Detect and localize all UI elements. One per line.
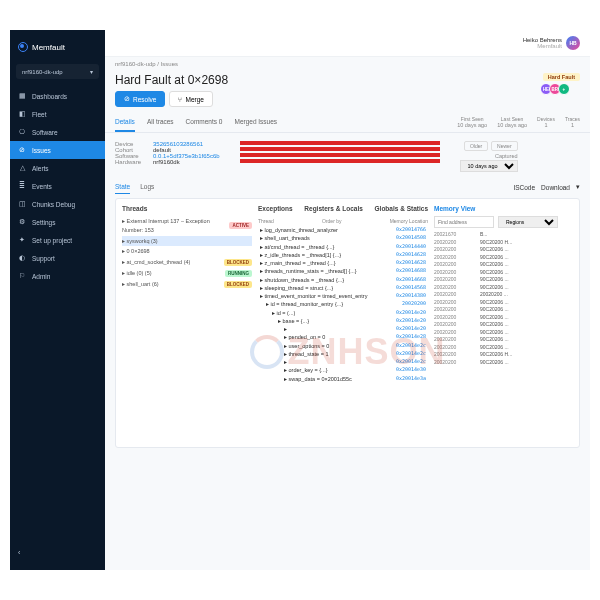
thread-row[interactable]: ▸ sysworkq (3) [122,236,252,247]
memory-search[interactable] [434,216,494,228]
download-button[interactable]: Download [541,184,570,191]
global-row[interactable]: ▸ swap_data = 0×2001d55c0x20014e3a [258,375,428,383]
thread-row[interactable]: ▸ External Interrupt 137 – Exception Num… [122,216,252,236]
sidebar-item-settings[interactable]: ⚙Settings [10,213,105,231]
global-row[interactable]: ▸ timed_event_monitor = timed_event_entr… [258,292,428,300]
iscode-link[interactable]: ISCode [513,184,535,191]
globals-tabs: Exceptions Registers & Locals Globals & … [258,205,428,216]
global-row[interactable]: ▸ 0x20014e2c [258,358,428,366]
global-row[interactable]: ▸ threads_runtime_stats = _thread[] {...… [258,267,428,275]
chunks debug-icon: ◫ [18,200,26,208]
sidebar: Memfault nrf9160-dk-udp ▾ ▦Dashboards◧Fl… [10,30,105,570]
debug-panel: Threads ▸ External Interrupt 137 – Excep… [115,198,580,448]
thread-row[interactable]: ▸ 0 0×2698 [122,246,252,257]
tab-globals[interactable]: Globals & Statics [375,205,428,212]
global-row[interactable]: ▸ 0x20014e20 [258,325,428,333]
assignee-avatars[interactable]: HE BR + [543,83,580,95]
globals-tree[interactable]: ▸ log_dynamic_thread_analyzer0x20014766▸… [258,226,428,383]
issue-tabs: DetailsAll tracesComments 0Merged Issues… [105,113,590,133]
resolve-button[interactable]: ⊘ Resolve [115,91,165,107]
occurrence-bars [240,141,440,172]
merge-button[interactable]: ⑂ Merge [169,91,212,107]
older-button[interactable]: Older [464,141,488,151]
global-row[interactable]: ▸ z_idle_threads = _thread[1] {...}0x200… [258,251,428,259]
memory-row: 2002020090C20206 ... [434,336,573,344]
sidebar-item-issues[interactable]: ⊘Issues [10,141,105,159]
subtab-logs[interactable]: Logs [140,180,154,194]
sidebar-item-alerts[interactable]: △Alerts [10,159,105,177]
content: Device352656103286561 Cohortdefault Soft… [105,133,590,570]
global-row[interactable]: ▸ sleeping_thread = struct {...}0x200145… [258,284,428,292]
memory-row: 2002020090C20206 ... [434,321,573,329]
memory-hex[interactable]: 20021670B...2002020090C20200 H...2002020… [434,231,573,366]
sidebar-item-dashboards[interactable]: ▦Dashboards [10,87,105,105]
alerts-icon: △ [18,164,26,172]
global-row[interactable]: ▸ base = {...}0x20014e20 [258,317,428,325]
thread-row[interactable]: ▸ idle (0) (5)RUNNING [122,268,252,279]
tab-registers[interactable]: Registers & Locals [304,205,363,212]
sidebar-item-admin[interactable]: ⚐Admin [10,267,105,285]
memory-row: 2002020090C20206 ... [434,246,573,254]
tab-exceptions[interactable]: Exceptions [258,205,293,212]
subtab-state[interactable]: State [115,180,130,194]
bar [240,159,440,163]
sidebar-item-events[interactable]: ≣Events [10,177,105,195]
project-selector[interactable]: nrf9160-dk-udp ▾ [16,64,99,79]
tab-details[interactable]: Details [115,113,135,132]
captured-select[interactable]: 10 days ago [460,160,518,172]
tab-merged-issues[interactable]: Merged Issues [234,113,277,132]
thread-row[interactable]: ▸ shell_uart (6)BLOCKED [122,279,252,290]
captured-label: Captured [460,153,518,159]
regions-select[interactable]: Regions [498,216,558,228]
memory-row: 20021670B... [434,231,573,239]
tab-all-traces[interactable]: All traces [147,113,174,132]
support-icon: ◐ [18,254,26,262]
sidebar-item-chunks-debug[interactable]: ◫Chunks Debug [10,195,105,213]
user-avatar: HB [566,36,580,50]
global-row[interactable]: ▸ shell_uart_threads0x20014508 [258,234,428,242]
memory-row: 2002020090C20200 H... [434,239,573,247]
app-root: Memfault nrf9160-dk-udp ▾ ▦Dashboards◧Fl… [0,0,600,600]
memory-row: 2002020090C20206 ... [434,269,573,277]
brand-logo[interactable]: Memfault [10,38,105,60]
global-row[interactable]: ▸ thread_state = 10x20014e2c [258,350,428,358]
issue-type-badge: Hard Fault [543,73,580,81]
memory-row: 2002020090C20206 ... [434,306,573,314]
capture-nav: Older Newer Captured 10 days ago [460,141,518,172]
stat: Devices1 [537,116,555,129]
global-row[interactable]: ▸ order_key = {...}0x20014e30 [258,366,428,374]
memory-row: 2002020090C20206 ... [434,344,573,352]
global-row[interactable]: ▸ id = (...)0x20014e20 [258,309,428,317]
global-row[interactable]: ▸ log_dynamic_thread_analyzer0x20014766 [258,226,428,234]
memfault-icon [18,42,28,52]
tab-comments[interactable]: Comments 0 [186,113,223,132]
software-icon: ⎔ [18,128,26,136]
user-org: Memfault [523,43,562,49]
newer-button[interactable]: Newer [491,141,517,151]
chevron-down-icon: ▾ [90,68,93,75]
user-menu[interactable]: Heiko Behrens Memfault HB [523,36,580,50]
thread-row[interactable]: ▸ at_cmd_socket_thread (4)BLOCKED [122,257,252,268]
avatar-3: + [558,83,570,95]
global-row[interactable]: ▸ at/cmd_thread = _thread {...}0x2001444… [258,243,428,251]
collapse-sidebar[interactable]: ‹ [10,543,105,562]
issue-stats: First Seen10 days agoLast Seen10 days ag… [457,113,580,132]
fleet-icon: ◧ [18,110,26,118]
global-row[interactable]: ▸ pended_on = 00x20014e28 [258,333,428,341]
global-row[interactable]: ▸ shutdown_threads = _thread {...}0x2001… [258,276,428,284]
global-row[interactable]: ▸ z_main_thread = _thread {...}0x2001462… [258,259,428,267]
merge-icon: ⑂ [178,96,182,103]
settings-icon: ⚙ [18,218,26,226]
sidebar-item-support[interactable]: ◐Support [10,249,105,267]
global-row[interactable]: ▸ id = thread_monitor_entry {...}2002020… [258,300,428,308]
breadcrumb[interactable]: nrf9160-dk-udp / Issues [105,57,590,71]
project-name: nrf9160-dk-udp [22,69,63,75]
sidebar-item-software[interactable]: ⎔Software [10,123,105,141]
memory-column: Memory View Regions 20021670B...20020200… [434,205,573,441]
memory-row: 2002020090C20206 ... [434,254,573,262]
bar [240,141,440,145]
trace-info-row: Device352656103286561 Cohortdefault Soft… [115,141,580,172]
sidebar-item-fleet[interactable]: ◧Fleet [10,105,105,123]
global-row[interactable]: ▸ user_options = 00x20014e2c [258,342,428,350]
sidebar-item-set-up-project[interactable]: ✦Set up project [10,231,105,249]
